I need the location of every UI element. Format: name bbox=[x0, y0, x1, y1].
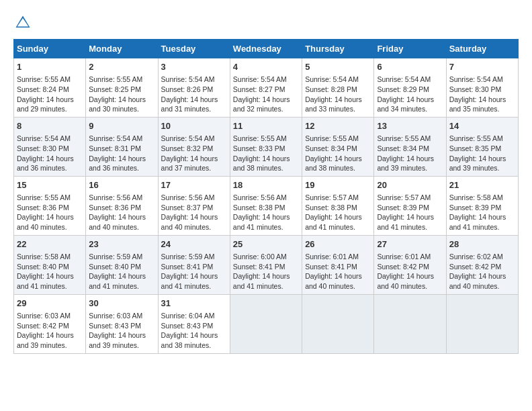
day-number: 10 bbox=[161, 120, 227, 132]
day-header-monday: Monday bbox=[86, 40, 158, 58]
calendar-cell: 31Sunrise: 6:04 AM Sunset: 8:43 PM Dayli… bbox=[158, 294, 230, 353]
day-number: 8 bbox=[17, 120, 83, 132]
day-info: Sunrise: 5:55 AM Sunset: 8:34 PM Dayligh… bbox=[305, 134, 371, 173]
calendar-cell: 9Sunrise: 5:54 AM Sunset: 8:31 PM Daylig… bbox=[86, 117, 158, 176]
day-number: 26 bbox=[305, 238, 371, 250]
day-info: Sunrise: 5:55 AM Sunset: 8:25 PM Dayligh… bbox=[89, 75, 154, 114]
day-info: Sunrise: 5:55 AM Sunset: 8:34 PM Dayligh… bbox=[377, 134, 443, 173]
day-info: Sunrise: 6:02 AM Sunset: 8:42 PM Dayligh… bbox=[449, 252, 515, 291]
day-info: Sunrise: 6:04 AM Sunset: 8:43 PM Dayligh… bbox=[161, 311, 227, 351]
day-number: 27 bbox=[377, 238, 443, 250]
calendar-cell: 1Sunrise: 5:55 AM Sunset: 8:24 PM Daylig… bbox=[14, 58, 86, 118]
day-header-saturday: Saturday bbox=[446, 40, 518, 58]
day-number: 17 bbox=[161, 179, 227, 191]
day-number: 19 bbox=[305, 179, 371, 191]
calendar-cell: 19Sunrise: 5:57 AM Sunset: 8:38 PM Dayli… bbox=[302, 176, 374, 235]
logo-icon bbox=[13, 13, 32, 32]
day-number: 24 bbox=[161, 238, 227, 250]
calendar-week-5: 29Sunrise: 6:03 AM Sunset: 8:42 PM Dayli… bbox=[14, 294, 519, 353]
calendar-cell bbox=[302, 294, 374, 353]
calendar-cell bbox=[374, 294, 446, 353]
calendar-cell: 11Sunrise: 5:55 AM Sunset: 8:33 PM Dayli… bbox=[230, 117, 302, 176]
day-info: Sunrise: 5:54 AM Sunset: 8:27 PM Dayligh… bbox=[233, 75, 299, 114]
day-number: 29 bbox=[17, 298, 83, 310]
calendar-cell bbox=[446, 294, 518, 353]
calendar-cell: 26Sunrise: 6:01 AM Sunset: 8:41 PM Dayli… bbox=[302, 235, 374, 294]
calendar-cell: 4Sunrise: 5:54 AM Sunset: 8:27 PM Daylig… bbox=[230, 58, 302, 118]
day-info: Sunrise: 5:57 AM Sunset: 8:38 PM Dayligh… bbox=[305, 193, 371, 232]
day-number: 21 bbox=[449, 179, 515, 191]
day-number: 16 bbox=[89, 179, 154, 191]
calendar-cell: 28Sunrise: 6:02 AM Sunset: 8:42 PM Dayli… bbox=[446, 235, 518, 294]
day-info: Sunrise: 5:54 AM Sunset: 8:30 PM Dayligh… bbox=[449, 75, 515, 114]
day-number: 6 bbox=[377, 61, 443, 73]
calendar-cell: 20Sunrise: 5:57 AM Sunset: 8:39 PM Dayli… bbox=[374, 176, 446, 235]
calendar-cell: 3Sunrise: 5:54 AM Sunset: 8:26 PM Daylig… bbox=[158, 58, 230, 118]
calendar-week-3: 15Sunrise: 5:55 AM Sunset: 8:36 PM Dayli… bbox=[14, 176, 519, 235]
day-info: Sunrise: 5:54 AM Sunset: 8:26 PM Dayligh… bbox=[161, 75, 227, 114]
day-info: Sunrise: 5:59 AM Sunset: 8:40 PM Dayligh… bbox=[89, 252, 154, 291]
calendar-cell: 29Sunrise: 6:03 AM Sunset: 8:42 PM Dayli… bbox=[14, 294, 86, 353]
calendar-cell: 7Sunrise: 5:54 AM Sunset: 8:30 PM Daylig… bbox=[446, 58, 518, 118]
day-number: 22 bbox=[17, 238, 83, 250]
day-info: Sunrise: 6:00 AM Sunset: 8:41 PM Dayligh… bbox=[233, 252, 299, 291]
day-info: Sunrise: 5:56 AM Sunset: 8:36 PM Dayligh… bbox=[89, 193, 154, 232]
day-info: Sunrise: 5:55 AM Sunset: 8:36 PM Dayligh… bbox=[17, 193, 83, 232]
calendar-cell: 27Sunrise: 6:01 AM Sunset: 8:42 PM Dayli… bbox=[374, 235, 446, 294]
calendar-cell: 12Sunrise: 5:55 AM Sunset: 8:34 PM Dayli… bbox=[302, 117, 374, 176]
calendar-cell: 10Sunrise: 5:54 AM Sunset: 8:32 PM Dayli… bbox=[158, 117, 230, 176]
day-header-thursday: Thursday bbox=[302, 40, 374, 58]
page-header bbox=[13, 13, 519, 32]
day-info: Sunrise: 5:54 AM Sunset: 8:31 PM Dayligh… bbox=[89, 134, 154, 173]
calendar-cell: 18Sunrise: 5:56 AM Sunset: 8:38 PM Dayli… bbox=[230, 176, 302, 235]
day-info: Sunrise: 6:03 AM Sunset: 8:42 PM Dayligh… bbox=[17, 311, 83, 351]
calendar-cell: 2Sunrise: 5:55 AM Sunset: 8:25 PM Daylig… bbox=[86, 58, 158, 118]
calendar-week-2: 8Sunrise: 5:54 AM Sunset: 8:30 PM Daylig… bbox=[14, 117, 519, 176]
calendar-week-1: 1Sunrise: 5:55 AM Sunset: 8:24 PM Daylig… bbox=[14, 58, 519, 118]
day-number: 13 bbox=[377, 120, 443, 132]
day-info: Sunrise: 5:58 AM Sunset: 8:40 PM Dayligh… bbox=[17, 252, 83, 291]
day-number: 11 bbox=[233, 120, 299, 132]
day-number: 1 bbox=[17, 61, 83, 73]
calendar-cell: 16Sunrise: 5:56 AM Sunset: 8:36 PM Dayli… bbox=[86, 176, 158, 235]
day-header-sunday: Sunday bbox=[14, 40, 86, 58]
logo bbox=[13, 13, 35, 32]
calendar-table: SundayMondayTuesdayWednesdayThursdayFrid… bbox=[13, 39, 519, 354]
calendar-cell: 22Sunrise: 5:58 AM Sunset: 8:40 PM Dayli… bbox=[14, 235, 86, 294]
day-number: 4 bbox=[233, 61, 299, 73]
day-info: Sunrise: 5:54 AM Sunset: 8:32 PM Dayligh… bbox=[161, 134, 227, 173]
day-number: 23 bbox=[89, 238, 154, 250]
calendar-cell: 17Sunrise: 5:56 AM Sunset: 8:37 PM Dayli… bbox=[158, 176, 230, 235]
day-number: 30 bbox=[89, 298, 154, 310]
day-info: Sunrise: 5:56 AM Sunset: 8:38 PM Dayligh… bbox=[233, 193, 299, 232]
calendar-cell: 25Sunrise: 6:00 AM Sunset: 8:41 PM Dayli… bbox=[230, 235, 302, 294]
calendar-cell: 8Sunrise: 5:54 AM Sunset: 8:30 PM Daylig… bbox=[14, 117, 86, 176]
day-header-friday: Friday bbox=[374, 40, 446, 58]
day-info: Sunrise: 5:56 AM Sunset: 8:37 PM Dayligh… bbox=[161, 193, 227, 232]
calendar-cell: 13Sunrise: 5:55 AM Sunset: 8:34 PM Dayli… bbox=[374, 117, 446, 176]
day-number: 3 bbox=[161, 61, 227, 73]
day-number: 5 bbox=[305, 61, 371, 73]
day-number: 12 bbox=[305, 120, 371, 132]
day-info: Sunrise: 5:54 AM Sunset: 8:28 PM Dayligh… bbox=[305, 75, 371, 114]
calendar-cell: 6Sunrise: 5:54 AM Sunset: 8:29 PM Daylig… bbox=[374, 58, 446, 118]
day-info: Sunrise: 6:03 AM Sunset: 8:43 PM Dayligh… bbox=[89, 311, 154, 351]
day-info: Sunrise: 5:54 AM Sunset: 8:29 PM Dayligh… bbox=[377, 75, 443, 114]
day-info: Sunrise: 6:01 AM Sunset: 8:42 PM Dayligh… bbox=[377, 252, 443, 291]
day-info: Sunrise: 5:55 AM Sunset: 8:35 PM Dayligh… bbox=[449, 134, 515, 173]
calendar-cell bbox=[230, 294, 302, 353]
calendar-cell: 24Sunrise: 5:59 AM Sunset: 8:41 PM Dayli… bbox=[158, 235, 230, 294]
calendar-cell: 23Sunrise: 5:59 AM Sunset: 8:40 PM Dayli… bbox=[86, 235, 158, 294]
calendar-week-4: 22Sunrise: 5:58 AM Sunset: 8:40 PM Dayli… bbox=[14, 235, 519, 294]
day-info: Sunrise: 5:58 AM Sunset: 8:39 PM Dayligh… bbox=[449, 193, 515, 232]
day-info: Sunrise: 5:59 AM Sunset: 8:41 PM Dayligh… bbox=[161, 252, 227, 291]
day-info: Sunrise: 5:57 AM Sunset: 8:39 PM Dayligh… bbox=[377, 193, 443, 232]
day-number: 28 bbox=[449, 238, 515, 250]
day-info: Sunrise: 5:54 AM Sunset: 8:30 PM Dayligh… bbox=[17, 134, 83, 173]
calendar-cell: 14Sunrise: 5:55 AM Sunset: 8:35 PM Dayli… bbox=[446, 117, 518, 176]
day-info: Sunrise: 6:01 AM Sunset: 8:41 PM Dayligh… bbox=[305, 252, 371, 291]
calendar-cell: 30Sunrise: 6:03 AM Sunset: 8:43 PM Dayli… bbox=[86, 294, 158, 353]
day-header-wednesday: Wednesday bbox=[230, 40, 302, 58]
day-number: 20 bbox=[377, 179, 443, 191]
day-info: Sunrise: 5:55 AM Sunset: 8:24 PM Dayligh… bbox=[17, 75, 83, 114]
